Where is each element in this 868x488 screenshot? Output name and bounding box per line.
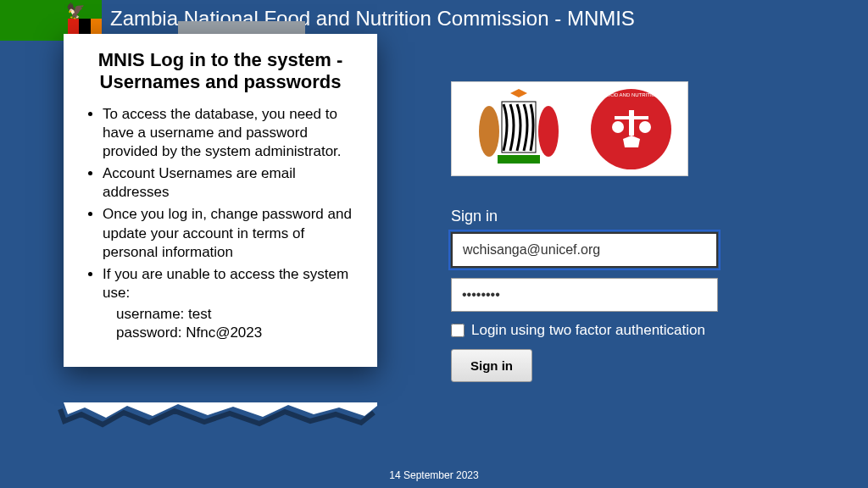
two-factor-label: Login using two factor authentication <box>471 322 705 339</box>
list-item: If you are unable to access the system u… <box>103 265 359 302</box>
decorative-bar <box>178 21 305 35</box>
list-item: Account Usernames are email addresses <box>103 164 359 202</box>
nutrition-logo-label: FOOD AND NUTRITION <box>591 92 671 97</box>
svg-rect-3 <box>498 155 540 164</box>
two-factor-row[interactable]: Login using two factor authentication <box>451 322 731 339</box>
fallback-username: username: test <box>82 306 359 323</box>
logo-panel: FOOD AND NUTRITION <box>451 81 688 176</box>
instructions-card: MNIS Log in to the system - Usernames an… <box>64 34 377 367</box>
two-factor-checkbox[interactable] <box>451 324 465 337</box>
svg-point-7 <box>639 121 651 133</box>
instructions-heading: MNIS Log in to the system - Usernames an… <box>82 49 359 93</box>
instructions-list: To access the database, you need to have… <box>82 105 359 302</box>
eagle-icon: 🦅 <box>66 2 85 20</box>
svg-rect-5 <box>615 116 648 119</box>
list-item: To access the database, you need to have… <box>103 105 359 161</box>
signin-button[interactable]: Sign in <box>451 349 532 382</box>
svg-point-1 <box>538 106 559 157</box>
nutrition-logo-icon: FOOD AND NUTRITION <box>591 89 671 169</box>
password-input[interactable] <box>451 278 718 312</box>
paper-tear-decoration <box>51 402 390 428</box>
svg-point-0 <box>479 106 499 157</box>
footer-date: 14 September 2023 <box>0 469 868 481</box>
coat-of-arms-icon <box>468 89 570 169</box>
signin-title: Sign in <box>451 208 731 225</box>
signin-form: Sign in Login using two factor authentic… <box>451 208 731 382</box>
svg-rect-4 <box>629 110 634 136</box>
username-input[interactable] <box>451 232 718 268</box>
svg-point-6 <box>612 121 624 133</box>
list-item: Once you log in, change password and upd… <box>103 205 359 261</box>
fallback-password: password: Nfnc@2023 <box>82 324 359 341</box>
